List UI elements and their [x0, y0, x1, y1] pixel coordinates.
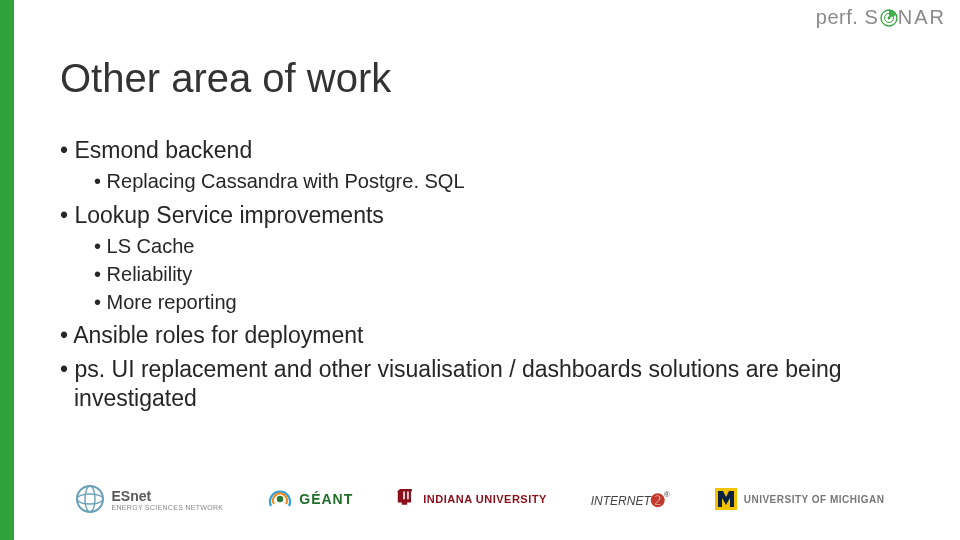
esnet-name: ESnet — [111, 488, 151, 504]
esnet-icon — [75, 484, 105, 514]
bullet-esmond-sub1: Replacing Cassandra with Postgre. SQL — [94, 169, 920, 195]
bullet-lookup-sub1: LS Cache — [94, 234, 920, 260]
slide-title: Other area of work — [60, 56, 391, 101]
iu-name: INDIANA UNIVERSITY — [423, 493, 547, 505]
logo-umich: UNIVERSITY OF MICHIGAN — [714, 487, 885, 511]
svg-point-3 — [77, 486, 103, 512]
slide-body: Esmond backend Replacing Cassandra with … — [60, 136, 920, 418]
bullet-lookup-sub3: More reporting — [94, 290, 920, 316]
iu-icon — [397, 486, 417, 512]
geant-icon — [267, 486, 293, 512]
umich-icon — [714, 487, 738, 511]
bullet-lookup: Lookup Service improvements — [60, 201, 920, 230]
logo-esnet: ESnet ENERGY SCIENCES NETWORK — [75, 484, 223, 514]
svg-point-5 — [85, 486, 95, 512]
i2-name: INTERNET➋® — [591, 490, 670, 509]
brand-logo: perf. SNAR — [816, 6, 946, 32]
bullet-psui: ps. UI replacement and other visualisati… — [60, 355, 920, 414]
footer-logos: ESnet ENERGY SCIENCES NETWORK GÉANT INDI… — [0, 478, 960, 520]
geant-name: GÉANT — [299, 491, 353, 507]
brand-right: SNAR — [864, 6, 946, 28]
svg-point-6 — [277, 496, 283, 502]
bullet-lookup-sub2: Reliability — [94, 262, 920, 288]
svg-point-2 — [887, 17, 890, 20]
bullet-ansible: Ansible roles for deployment — [60, 321, 920, 350]
svg-point-4 — [77, 494, 103, 504]
brand-left: perf — [816, 6, 852, 28]
bullet-esmond: Esmond backend — [60, 136, 920, 165]
logo-geant: GÉANT — [267, 486, 353, 512]
logo-internet2: INTERNET➋® — [591, 490, 670, 509]
accent-bar — [0, 0, 14, 540]
radar-icon — [880, 9, 898, 32]
logo-iu: INDIANA UNIVERSITY — [397, 486, 547, 512]
um-name: UNIVERSITY OF MICHIGAN — [744, 494, 885, 505]
esnet-sub: ENERGY SCIENCES NETWORK — [111, 504, 223, 511]
